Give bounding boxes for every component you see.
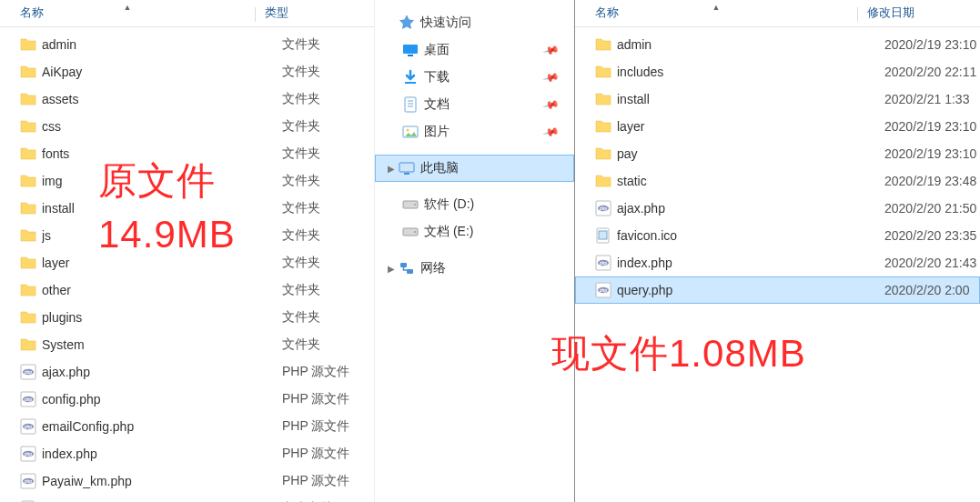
- nav-label: 软件 (D:): [424, 196, 474, 213]
- file-type: 文件夹: [273, 146, 374, 162]
- file-row[interactable]: layer文件夹: [0, 249, 374, 276]
- file-row[interactable]: assets文件夹: [0, 85, 374, 113]
- nav-label: 快速访问: [420, 15, 471, 31]
- file-name: pay: [617, 146, 875, 161]
- nav-label: 文档 (E:): [424, 224, 473, 240]
- file-name: index.php: [617, 256, 875, 270]
- folder-icon: [20, 200, 36, 216]
- pc-icon: [399, 160, 415, 176]
- folder-icon: [595, 118, 611, 135]
- file-row[interactable]: emailConfig.phpPHP 源文件: [0, 413, 374, 440]
- file-name: ajax.php: [617, 201, 875, 216]
- file-name: config.php: [42, 392, 273, 407]
- nav-quick-access[interactable]: 快速访问: [375, 9, 574, 36]
- file-name: layer: [42, 256, 273, 270]
- right-file-list[interactable]: admin2020/2/19 23:10includes2020/2/20 22…: [575, 27, 980, 304]
- folder-icon: [20, 36, 36, 53]
- file-row[interactable]: fonts文件夹: [0, 140, 374, 167]
- left-header-name[interactable]: 名称 ▲: [0, 5, 255, 25]
- file-name: other: [42, 283, 273, 297]
- file-type: 文件夹: [273, 91, 374, 107]
- file-type: 文件夹: [273, 309, 374, 326]
- file-row[interactable]: index.phpPHP 源文件: [0, 440, 374, 467]
- header-label: 名称: [20, 5, 44, 21]
- nav-label: 文档: [424, 96, 450, 113]
- file-name: index.php: [42, 447, 273, 461]
- file-name: install: [617, 92, 875, 106]
- nav-label: 图片: [424, 124, 450, 140]
- php-icon: [595, 200, 611, 216]
- file-row[interactable]: css文件夹: [0, 113, 374, 140]
- file-name: admin: [617, 37, 875, 52]
- left-file-list[interactable]: admin文件夹AiKpay文件夹assets文件夹css文件夹fonts文件夹…: [0, 27, 374, 502]
- file-type: PHP 源文件: [273, 418, 374, 435]
- file-row[interactable]: img文件夹: [0, 167, 374, 195]
- file-date: 2020/2/20 22:11: [875, 65, 980, 79]
- file-date: 2020/2/21 1:33: [875, 92, 980, 106]
- nav-quick-item[interactable]: 图片📌: [375, 118, 574, 146]
- file-date: 2020/2/20 23:35: [875, 228, 980, 243]
- file-type: PHP 源文件: [273, 446, 374, 462]
- file-date: 2020/2/19 23:10: [875, 37, 980, 52]
- file-name: favicon.ico: [617, 228, 875, 243]
- file-name: System: [42, 337, 273, 352]
- file-row[interactable]: js文件夹: [0, 222, 374, 249]
- nav-quick-item[interactable]: 文档📌: [375, 91, 574, 118]
- right-header-date[interactable]: 修改日期: [858, 5, 980, 25]
- left-header-type[interactable]: 类型: [256, 5, 374, 25]
- file-name: assets: [42, 92, 273, 106]
- file-type: 文件夹: [273, 36, 374, 53]
- file-row[interactable]: readme.txt文本文档: [0, 495, 374, 502]
- file-row[interactable]: favicon.ico2020/2/20 23:35: [575, 222, 980, 249]
- file-row[interactable]: includes2020/2/20 22:11: [575, 58, 980, 85]
- file-row[interactable]: System文件夹: [0, 331, 374, 358]
- file-row[interactable]: AiKpay文件夹: [0, 58, 374, 85]
- star-icon: [399, 15, 415, 31]
- file-row[interactable]: ajax.php2020/2/20 21:50: [575, 195, 980, 222]
- file-row[interactable]: admin2020/2/19 23:10: [575, 31, 980, 58]
- file-row[interactable]: Payaiw_km.phpPHP 源文件: [0, 467, 374, 495]
- nav-drive-item[interactable]: 文档 (E:): [375, 218, 574, 246]
- file-name: layer: [617, 119, 875, 134]
- file-row[interactable]: pay2020/2/19 23:10: [575, 140, 980, 167]
- file-row[interactable]: admin文件夹: [0, 31, 374, 58]
- nav-network[interactable]: ▶ 网络: [375, 255, 574, 282]
- folder-icon: [595, 36, 611, 53]
- header-label: 名称: [595, 5, 619, 21]
- folder-icon: [20, 64, 36, 80]
- file-row[interactable]: query.php2020/2/20 2:00: [575, 276, 980, 304]
- left-header-row: 名称 ▲ 类型: [0, 0, 374, 27]
- pin-icon: 📌: [542, 68, 561, 86]
- desktop-icon: [402, 42, 419, 58]
- file-row[interactable]: layer2020/2/19 23:10: [575, 113, 980, 140]
- nav-this-pc[interactable]: ▶ 此电脑: [375, 155, 574, 182]
- document-icon: [402, 96, 419, 113]
- file-row[interactable]: plugins文件夹: [0, 304, 374, 331]
- nav-quick-item[interactable]: 桌面📌: [375, 36, 574, 64]
- file-row[interactable]: ajax.phpPHP 源文件: [0, 358, 374, 386]
- right-header-name[interactable]: 名称 ▲: [575, 5, 857, 25]
- file-row[interactable]: config.phpPHP 源文件: [0, 386, 374, 413]
- file-type: 文件夹: [273, 64, 374, 80]
- network-icon: [399, 260, 415, 276]
- nav-drive-item[interactable]: 软件 (D:): [375, 191, 574, 218]
- file-type: PHP 源文件: [273, 473, 374, 489]
- file-type: 文件夹: [273, 118, 374, 135]
- file-row[interactable]: other文件夹: [0, 276, 374, 304]
- ico-icon: [595, 227, 611, 244]
- folder-icon: [20, 173, 36, 189]
- file-name: query.php: [617, 283, 875, 297]
- file-type: 文件夹: [273, 336, 374, 353]
- file-name: css: [42, 119, 273, 134]
- pin-icon: 📌: [542, 123, 561, 141]
- file-row[interactable]: install文件夹: [0, 195, 374, 222]
- folder-icon: [20, 336, 36, 353]
- file-row[interactable]: index.php2020/2/20 21:43: [575, 249, 980, 276]
- right-header-row: 名称 ▲ 修改日期: [575, 0, 980, 27]
- file-name: ajax.php: [42, 365, 273, 379]
- folder-icon: [595, 173, 611, 189]
- header-label: 类型: [265, 5, 288, 21]
- file-row[interactable]: install2020/2/21 1:33: [575, 85, 980, 113]
- nav-quick-item[interactable]: 下载📌: [375, 64, 574, 91]
- file-row[interactable]: static2020/2/19 23:48: [575, 167, 980, 195]
